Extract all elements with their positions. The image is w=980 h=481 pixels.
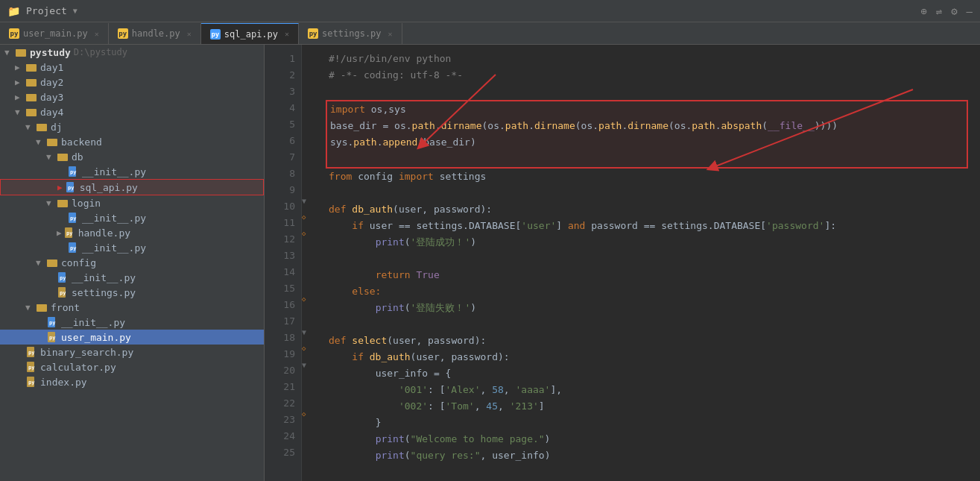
sidebar-item-config-init[interactable]: py __init__.py [0, 270, 264, 285]
tab-icon-user-main: py [9, 28, 19, 39]
sidebar-item-index[interactable]: py index.py [0, 374, 264, 389]
line-num-8: 8 [265, 166, 301, 182]
config-folder-icon [46, 257, 58, 268]
line-num-9: 9 [265, 182, 301, 198]
day3-arrow: ▶ [15, 92, 25, 102]
sidebar-item-dj[interactable]: ▼ dj [0, 119, 264, 134]
gutter-12: ◇ [302, 225, 317, 242]
line-num-22: 22 [265, 395, 301, 412]
code-line-20: user_info = { [329, 365, 968, 382]
code-line-23: } [329, 415, 968, 431]
line-num-16: 16 [265, 297, 301, 313]
binary-search-icon: py [25, 346, 37, 358]
tab-handle[interactable]: py handle.py ✕ [109, 23, 201, 44]
sidebar-item-db[interactable]: ▼ db [0, 149, 264, 164]
code-line-12: print('登陆成功！') [329, 234, 968, 251]
settings-icon[interactable]: ⚙ [951, 5, 957, 17]
project-label[interactable]: Project [26, 5, 67, 16]
sidebar-item-db-init[interactable]: py __init__.py [0, 164, 264, 179]
dj-folder-icon [36, 121, 48, 133]
line-num-20: 20 [265, 362, 301, 379]
sql-api-file-icon: py [65, 181, 77, 193]
layout-icon[interactable]: ⇌ [936, 5, 942, 17]
sidebar-item-binary-search[interactable]: py binary_search.py [0, 345, 264, 359]
db-init-label: __init__.py [82, 166, 146, 177]
login-init2-label: __init__.py [82, 242, 146, 254]
sidebar-item-front[interactable]: ▼ front [0, 300, 264, 315]
sidebar-item-calculator[interactable]: py calculator.py [0, 359, 264, 374]
gutter-11: ◇ [302, 209, 317, 225]
db-arrow: ▼ [46, 152, 57, 162]
sidebar-item-root[interactable]: ▼ pystudy D:\pystudy [0, 45, 264, 60]
svg-rect-35 [37, 304, 41, 306]
sidebar-item-config[interactable]: ▼ config [0, 255, 264, 270]
tab-user-main[interactable]: py user_main.py ✕ [0, 23, 109, 44]
tab-label-user-main: user_main.py [23, 28, 88, 39]
svg-text:py: py [49, 320, 56, 326]
minimize-icon[interactable]: — [967, 5, 973, 17]
tab-close-user-main[interactable]: ✕ [95, 30, 99, 38]
calculator-label: calculator.py [40, 362, 116, 373]
tab-close-settings[interactable]: ✕ [388, 30, 393, 38]
sidebar-item-login-init[interactable]: py __init__.py [0, 210, 264, 225]
svg-rect-3 [26, 64, 31, 66]
svg-text:py: py [66, 230, 73, 236]
day4-arrow: ▼ [15, 107, 25, 117]
root-arrow: ▼ [4, 48, 15, 57]
sidebar-item-day1[interactable]: ▶ day1 [0, 60, 264, 75]
sidebar-item-user-main[interactable]: py user_main.py [0, 330, 264, 345]
sidebar-item-sql-api[interactable]: ▶ py sql_api.py [0, 179, 264, 195]
gutter-18: ▼ [302, 324, 317, 340]
dj-label: dj [51, 122, 63, 133]
calculator-icon: py [25, 361, 37, 373]
line-num-4: 4 [265, 100, 301, 116]
code-line-10: def db_auth(user, password): [329, 201, 968, 218]
svg-text:py: py [49, 335, 56, 341]
code-content[interactable]: #!/usr/bin/env python # -*- coding: utf-… [317, 45, 980, 481]
day2-label: day2 [40, 77, 63, 88]
code-line-24: print("Welcome to home page.") [329, 431, 968, 447]
add-icon[interactable]: ⊕ [920, 5, 926, 17]
line-num-5: 5 [265, 116, 301, 133]
sidebar-item-login-init2[interactable]: py __init__.py [0, 240, 264, 255]
sidebar-item-day4[interactable]: ▼ day4 [0, 104, 264, 119]
tab-close-sql-api[interactable]: ✕ [285, 30, 289, 38]
front-init-icon: py [46, 316, 58, 328]
sidebar-item-backend[interactable]: ▼ backend [0, 134, 264, 149]
gutter-1 [302, 45, 317, 61]
line-num-21: 21 [265, 379, 301, 395]
config-settings-icon: py [57, 286, 69, 298]
sidebar-item-login[interactable]: ▼ login [0, 195, 264, 210]
svg-text:py: py [70, 169, 77, 175]
code-line-6: sys.path.append(base_dir) [330, 134, 967, 151]
gutter-3 [302, 78, 317, 94]
tabs-bar: py user_main.py ✕ py handle.py ✕ py sql_… [0, 22, 980, 45]
day2-folder-icon [25, 76, 37, 88]
svg-rect-15 [57, 154, 62, 156]
sidebar-item-day3[interactable]: ▶ day3 [0, 89, 264, 104]
tab-sql-api[interactable]: py sql_api.py ✕ [201, 23, 299, 44]
svg-rect-5 [26, 79, 31, 81]
sidebar-item-config-settings[interactable]: py settings.py [0, 285, 264, 300]
sidebar-item-login-handle[interactable]: ▶ py handle.py [0, 225, 264, 240]
config-settings-label: settings.py [72, 287, 136, 298]
sidebar-item-front-init[interactable]: py __init__.py [0, 315, 264, 330]
title-bar-left: 📁 Project ▼ [7, 5, 78, 17]
user-main-label: user_main.py [61, 332, 131, 343]
line-num-3: 3 [265, 84, 301, 100]
code-line-4: import os,sys [330, 101, 967, 118]
tab-close-handle[interactable]: ✕ [187, 30, 192, 38]
code-line-1: #!/usr/bin/env python [329, 51, 968, 67]
svg-rect-1 [16, 49, 20, 51]
tab-label-handle: handle.py [132, 28, 180, 39]
code-line-21: '001': ['Alex', 58, 'aaaa'], [329, 382, 968, 398]
sidebar-item-day2[interactable]: ▶ day2 [0, 75, 264, 89]
line-numbers: 1 2 3 4 5 6 7 8 9 10 11 12 13 14 15 16 1… [265, 45, 302, 481]
code-line-22: '002': ['Tom', 45, '213'] [329, 398, 968, 415]
svg-rect-7 [26, 94, 31, 96]
tab-settings[interactable]: py settings.py ✕ [299, 23, 402, 44]
svg-rect-21 [57, 200, 62, 202]
dropdown-arrow[interactable]: ▼ [73, 7, 78, 15]
login-init-icon: py [67, 212, 79, 224]
gutter-24 [302, 422, 317, 438]
